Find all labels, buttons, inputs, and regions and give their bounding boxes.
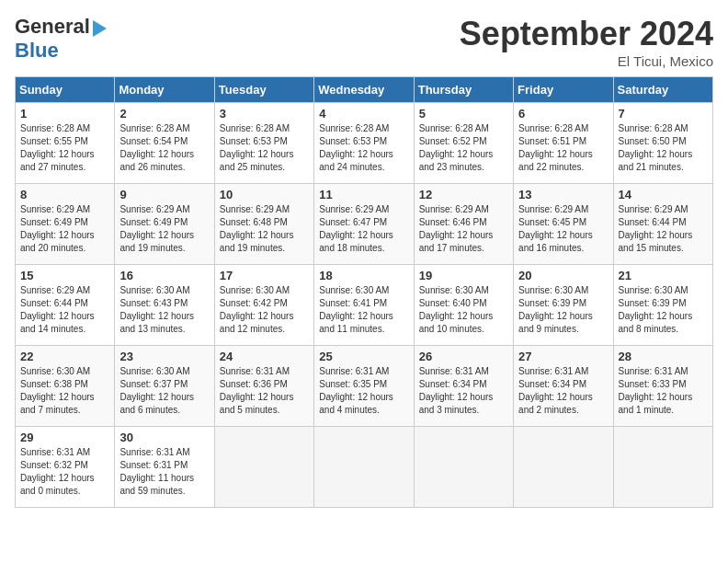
day-number: 13 [518,188,608,201]
day-cell: 8Sunrise: 6:29 AM Sunset: 6:49 PM Daylig… [16,184,115,265]
day-cell: 1Sunrise: 6:28 AM Sunset: 6:55 PM Daylig… [16,103,115,184]
calendar-table: SundayMondayTuesdayWednesdayThursdayFrid… [15,76,713,508]
day-info: Sunrise: 6:30 AM Sunset: 6:39 PM Dayligh… [619,284,708,336]
day-number: 29 [20,431,109,444]
logo-blue: Blue [15,39,59,62]
logo: General Blue [15,15,107,63]
day-cell: 7Sunrise: 6:28 AM Sunset: 6:50 PM Daylig… [613,103,712,184]
day-info: Sunrise: 6:30 AM Sunset: 6:40 PM Dayligh… [419,284,508,336]
day-info: Sunrise: 6:29 AM Sunset: 6:49 PM Dayligh… [20,203,109,255]
day-info: Sunrise: 6:28 AM Sunset: 6:51 PM Dayligh… [518,122,608,174]
day-number: 19 [419,269,508,282]
day-info: Sunrise: 6:30 AM Sunset: 6:41 PM Dayligh… [319,284,408,336]
day-info: Sunrise: 6:28 AM Sunset: 6:55 PM Dayligh… [20,122,109,174]
day-info: Sunrise: 6:30 AM Sunset: 6:38 PM Dayligh… [20,365,109,417]
day-cell: 24Sunrise: 6:31 AM Sunset: 6:36 PM Dayli… [214,346,313,427]
day-info: Sunrise: 6:29 AM Sunset: 6:48 PM Dayligh… [220,203,309,255]
calendar-header-row: SundayMondayTuesdayWednesdayThursdayFrid… [16,77,713,103]
day-number: 14 [619,188,708,201]
day-header-monday: Monday [115,77,214,103]
day-cell [414,427,513,508]
day-number: 9 [119,188,209,201]
day-info: Sunrise: 6:28 AM Sunset: 6:54 PM Dayligh… [119,122,209,174]
day-number: 21 [619,269,708,282]
day-cell: 11Sunrise: 6:29 AM Sunset: 6:47 PM Dayli… [314,184,414,265]
day-cell: 10Sunrise: 6:29 AM Sunset: 6:48 PM Dayli… [214,184,313,265]
day-header-thursday: Thursday [414,77,513,103]
day-cell: 28Sunrise: 6:31 AM Sunset: 6:33 PM Dayli… [613,346,712,427]
day-info: Sunrise: 6:31 AM Sunset: 6:35 PM Dayligh… [319,365,408,417]
day-cell: 21Sunrise: 6:30 AM Sunset: 6:39 PM Dayli… [613,265,712,346]
day-header-wednesday: Wednesday [314,77,414,103]
day-cell: 6Sunrise: 6:28 AM Sunset: 6:51 PM Daylig… [514,103,613,184]
day-info: Sunrise: 6:28 AM Sunset: 6:53 PM Dayligh… [220,122,309,174]
page-header: General Blue September 2024 El Ticui, Me… [15,15,713,69]
day-number: 26 [419,350,508,363]
day-number: 18 [319,269,408,282]
day-info: Sunrise: 6:28 AM Sunset: 6:52 PM Dayligh… [419,122,508,174]
day-cell: 2Sunrise: 6:28 AM Sunset: 6:54 PM Daylig… [115,103,214,184]
week-row-3: 15Sunrise: 6:29 AM Sunset: 6:44 PM Dayli… [16,265,713,346]
day-cell: 4Sunrise: 6:28 AM Sunset: 6:53 PM Daylig… [314,103,414,184]
day-cell: 12Sunrise: 6:29 AM Sunset: 6:46 PM Dayli… [414,184,513,265]
day-info: Sunrise: 6:31 AM Sunset: 6:36 PM Dayligh… [220,365,309,417]
day-cell: 25Sunrise: 6:31 AM Sunset: 6:35 PM Dayli… [314,346,414,427]
day-info: Sunrise: 6:29 AM Sunset: 6:44 PM Dayligh… [619,203,708,255]
day-info: Sunrise: 6:31 AM Sunset: 6:33 PM Dayligh… [619,365,708,417]
day-cell: 27Sunrise: 6:31 AM Sunset: 6:34 PM Dayli… [514,346,613,427]
month-title: September 2024 [460,15,713,53]
day-number: 4 [319,107,408,121]
day-number: 6 [518,107,608,121]
day-info: Sunrise: 6:29 AM Sunset: 6:46 PM Dayligh… [419,203,508,255]
day-cell: 5Sunrise: 6:28 AM Sunset: 6:52 PM Daylig… [414,103,513,184]
calendar-body: 1Sunrise: 6:28 AM Sunset: 6:55 PM Daylig… [16,103,713,508]
week-row-4: 22Sunrise: 6:30 AM Sunset: 6:38 PM Dayli… [16,346,713,427]
day-cell: 13Sunrise: 6:29 AM Sunset: 6:45 PM Dayli… [514,184,613,265]
day-cell: 17Sunrise: 6:30 AM Sunset: 6:42 PM Dayli… [214,265,313,346]
day-info: Sunrise: 6:31 AM Sunset: 6:34 PM Dayligh… [419,365,508,417]
day-cell [214,427,313,508]
day-cell: 16Sunrise: 6:30 AM Sunset: 6:43 PM Dayli… [115,265,214,346]
day-number: 23 [119,350,209,363]
day-info: Sunrise: 6:29 AM Sunset: 6:45 PM Dayligh… [518,203,608,255]
day-cell: 14Sunrise: 6:29 AM Sunset: 6:44 PM Dayli… [613,184,712,265]
day-header-saturday: Saturday [613,77,712,103]
day-number: 24 [220,350,309,363]
day-info: Sunrise: 6:30 AM Sunset: 6:42 PM Dayligh… [220,284,309,336]
day-cell: 22Sunrise: 6:30 AM Sunset: 6:38 PM Dayli… [16,346,115,427]
location-subtitle: El Ticui, Mexico [460,53,713,69]
day-number: 30 [119,431,209,444]
day-cell: 30Sunrise: 6:31 AM Sunset: 6:31 PM Dayli… [115,427,214,508]
day-cell [314,427,414,508]
week-row-1: 1Sunrise: 6:28 AM Sunset: 6:55 PM Daylig… [16,103,713,184]
day-info: Sunrise: 6:31 AM Sunset: 6:31 PM Dayligh… [119,446,209,498]
day-number: 3 [220,107,309,121]
day-cell: 26Sunrise: 6:31 AM Sunset: 6:34 PM Dayli… [414,346,513,427]
day-number: 12 [419,188,508,201]
logo-general: General [15,15,90,39]
day-info: Sunrise: 6:30 AM Sunset: 6:43 PM Dayligh… [119,284,209,336]
day-cell: 23Sunrise: 6:30 AM Sunset: 6:37 PM Dayli… [115,346,214,427]
day-number: 25 [319,350,408,363]
day-number: 22 [20,350,109,363]
day-number: 28 [619,350,708,363]
day-cell: 19Sunrise: 6:30 AM Sunset: 6:40 PM Dayli… [414,265,513,346]
day-number: 8 [20,188,109,201]
day-number: 2 [119,107,209,121]
day-number: 16 [119,269,209,282]
day-info: Sunrise: 6:28 AM Sunset: 6:53 PM Dayligh… [319,122,408,174]
day-cell [613,427,712,508]
week-row-5: 29Sunrise: 6:31 AM Sunset: 6:32 PM Dayli… [16,427,713,508]
title-area: September 2024 El Ticui, Mexico [460,15,713,69]
day-header-sunday: Sunday [16,77,115,103]
day-number: 15 [20,269,109,282]
day-cell: 15Sunrise: 6:29 AM Sunset: 6:44 PM Dayli… [16,265,115,346]
day-info: Sunrise: 6:30 AM Sunset: 6:37 PM Dayligh… [119,365,209,417]
day-cell [514,427,613,508]
day-info: Sunrise: 6:29 AM Sunset: 6:44 PM Dayligh… [20,284,109,336]
day-info: Sunrise: 6:29 AM Sunset: 6:47 PM Dayligh… [319,203,408,255]
day-cell: 3Sunrise: 6:28 AM Sunset: 6:53 PM Daylig… [214,103,313,184]
day-info: Sunrise: 6:30 AM Sunset: 6:39 PM Dayligh… [518,284,608,336]
day-number: 11 [319,188,408,201]
day-info: Sunrise: 6:31 AM Sunset: 6:34 PM Dayligh… [518,365,608,417]
